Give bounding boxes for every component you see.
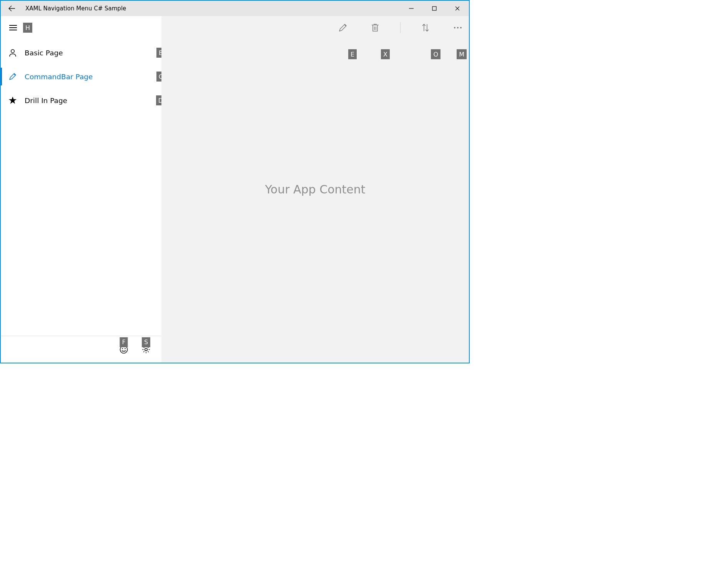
svg-point-7 — [457, 27, 459, 28]
svg-point-5 — [145, 348, 147, 350]
edit-icon — [6, 70, 19, 83]
back-button[interactable] — [5, 1, 19, 16]
keytip-edit: E — [348, 49, 357, 59]
svg-point-3 — [122, 348, 123, 349]
command-bar — [332, 16, 469, 39]
sort-command[interactable] — [418, 20, 433, 35]
close-button[interactable] — [446, 1, 469, 16]
keytip-more: M — [457, 49, 467, 59]
feedback-button[interactable]: F — [117, 343, 131, 356]
minimize-icon — [409, 6, 414, 11]
nav-item-basic-page[interactable]: Basic Page B — [1, 41, 161, 65]
more-command[interactable] — [450, 20, 465, 35]
pencil-icon — [338, 23, 347, 32]
nav-item-label: Basic Page — [25, 49, 63, 57]
svg-rect-0 — [432, 7, 436, 10]
sort-icon — [421, 23, 430, 32]
ellipsis-icon — [454, 27, 462, 29]
svg-point-8 — [460, 27, 462, 28]
edit-command[interactable] — [336, 20, 350, 35]
star-icon — [6, 94, 19, 107]
window-controls — [400, 1, 469, 16]
delete-command[interactable] — [368, 20, 382, 35]
trash-icon — [371, 23, 379, 32]
keytip-sort: O — [431, 49, 440, 59]
person-icon — [6, 46, 19, 59]
commandbar-separator — [400, 22, 401, 33]
minimize-button[interactable] — [400, 1, 423, 16]
content-placeholder: Your App Content — [265, 183, 365, 196]
keytip-settings: S — [142, 337, 150, 347]
nav-item-label: Drill In Page — [25, 97, 67, 105]
hamburger-icon — [9, 25, 17, 30]
nav-item-label: CommandBar Page — [25, 73, 93, 81]
sidebar-footer: F S — [1, 336, 161, 363]
maximize-icon — [432, 6, 437, 11]
content-area: E X O M Your App Content — [161, 16, 469, 363]
arrow-left-icon — [8, 5, 15, 12]
svg-point-6 — [454, 27, 455, 28]
svg-point-4 — [125, 348, 126, 349]
close-icon — [455, 6, 460, 11]
nav-item-commandbar-page[interactable]: CommandBar Page C — [1, 65, 161, 88]
maximize-button[interactable] — [423, 1, 446, 16]
nav-item-drillin-page[interactable]: Drill In Page D — [1, 88, 161, 112]
window-title: XAML Navigation Menu C# Sample — [25, 5, 126, 12]
svg-point-1 — [11, 50, 14, 53]
hamburger-button[interactable]: H — [4, 18, 22, 37]
keytip-hamburger: H — [23, 23, 32, 33]
keytip-delete: X — [381, 49, 390, 59]
keytip-feedback: F — [120, 337, 128, 347]
title-bar: XAML Navigation Menu C# Sample — [1, 1, 469, 16]
settings-button[interactable]: S — [139, 343, 153, 356]
navigation-pane: H Basic Page B CommandBar Page C — [1, 16, 161, 363]
